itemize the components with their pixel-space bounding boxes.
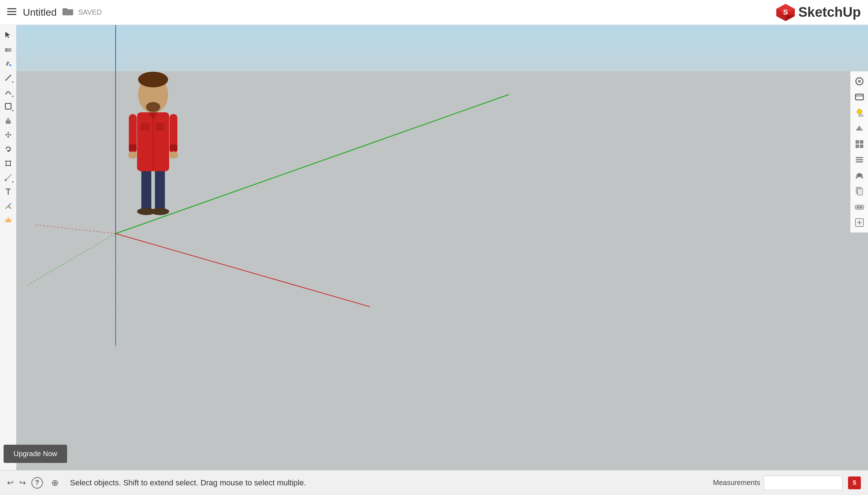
extension-manager-button[interactable] [852, 215, 867, 230]
svg-point-51 [10, 165, 11, 166]
svg-point-49 [10, 160, 11, 162]
tape-measure-tool[interactable] [2, 171, 15, 184]
location-button[interactable]: ⊕ [51, 478, 59, 488]
svg-point-66 [858, 114, 864, 117]
styles-panel-button[interactable] [852, 74, 867, 88]
right-toolbar [850, 71, 868, 233]
help-button[interactable]: ? [31, 477, 43, 489]
svg-point-45 [7, 134, 9, 136]
text-tool[interactable] [2, 185, 15, 198]
svg-rect-1 [7, 11, 16, 12]
move-tool[interactable] [2, 128, 15, 141]
left-toolbar [0, 25, 16, 470]
pages-panel-button[interactable] [852, 184, 867, 198]
svg-rect-69 [856, 144, 859, 148]
svg-rect-47 [6, 161, 10, 165]
svg-point-65 [857, 109, 862, 114]
svg-point-50 [5, 165, 7, 166]
scale-tool[interactable] [2, 157, 15, 170]
line-tool[interactable] [2, 71, 15, 84]
svg-marker-44 [10, 134, 11, 136]
svg-rect-76 [855, 205, 864, 209]
svg-rect-35 [7, 48, 11, 52]
svg-rect-0 [7, 8, 16, 9]
shadows-panel-button[interactable] [852, 106, 867, 120]
menu-icon[interactable] [7, 7, 16, 18]
svg-marker-40 [6, 117, 11, 121]
paint-bucket-tool[interactable] [2, 57, 15, 70]
svg-text:S: S [783, 8, 788, 16]
svg-rect-63 [856, 94, 863, 100]
svg-marker-33 [5, 32, 10, 38]
scenes-panel-button[interactable] [852, 90, 867, 104]
sketchup-logo-icon: S [776, 3, 796, 22]
sky-area [16, 25, 868, 71]
save-status: SAVED [78, 8, 102, 16]
sketchup-logo: S SketchUp [776, 3, 861, 22]
svg-line-37 [5, 75, 11, 81]
sketchup-badge-icon: S [848, 476, 861, 489]
bottom-bar: ↩ ↪ ? ⊕ Select objects. Shift to extend … [0, 470, 868, 495]
svg-point-48 [5, 160, 7, 162]
eraser-tool[interactable] [2, 43, 15, 56]
axes-tool[interactable] [2, 200, 15, 213]
svg-rect-68 [860, 140, 863, 144]
logo-text: SketchUp [798, 5, 861, 20]
measurements-input[interactable] [764, 476, 842, 490]
viewport-canvas[interactable] [16, 25, 868, 470]
push-pull-tool[interactable] [2, 114, 15, 127]
svg-line-57 [8, 206, 11, 209]
svg-marker-43 [5, 134, 7, 136]
outliner-panel-button[interactable] [852, 153, 867, 167]
rotate-tool[interactable] [2, 143, 15, 155]
svg-text:S: S [853, 480, 857, 486]
svg-rect-39 [6, 121, 11, 124]
status-bar-text: Select objects. Shift to extend select. … [70, 478, 713, 488]
select-tool[interactable] [2, 29, 15, 41]
svg-line-56 [8, 203, 11, 206]
svg-rect-38 [5, 103, 11, 109]
components-panel-button[interactable] [852, 137, 867, 151]
folder-icon[interactable] [62, 7, 73, 18]
svg-point-36 [9, 64, 11, 66]
redo-button[interactable]: ↪ [19, 478, 26, 488]
svg-point-62 [858, 80, 861, 83]
svg-line-58 [5, 206, 8, 209]
3dwarehouse-button[interactable] [852, 121, 867, 136]
svg-rect-67 [856, 140, 859, 144]
svg-rect-70 [860, 144, 863, 148]
vr-button[interactable] [852, 200, 867, 214]
shape-tool[interactable] [2, 100, 15, 113]
svg-point-78 [860, 206, 862, 208]
ground-plane [16, 71, 868, 470]
svg-rect-75 [858, 189, 863, 195]
section-plane-tool[interactable] [2, 214, 15, 227]
undo-button[interactable]: ↩ [7, 478, 14, 488]
header: Untitled SAVED S SketchUp [0, 0, 868, 25]
arc-tool[interactable] [2, 86, 15, 98]
svg-rect-2 [7, 14, 16, 15]
svg-rect-59 [5, 219, 11, 222]
upgrade-now-button[interactable]: Upgrade Now [4, 445, 67, 463]
measurements-label: Measurements [713, 479, 760, 487]
layers-panel-button[interactable] [852, 168, 867, 183]
svg-marker-41 [7, 132, 9, 133]
document-title: Untitled [23, 7, 57, 18]
svg-marker-42 [7, 136, 9, 138]
svg-point-53 [5, 179, 7, 181]
svg-point-77 [857, 206, 859, 208]
